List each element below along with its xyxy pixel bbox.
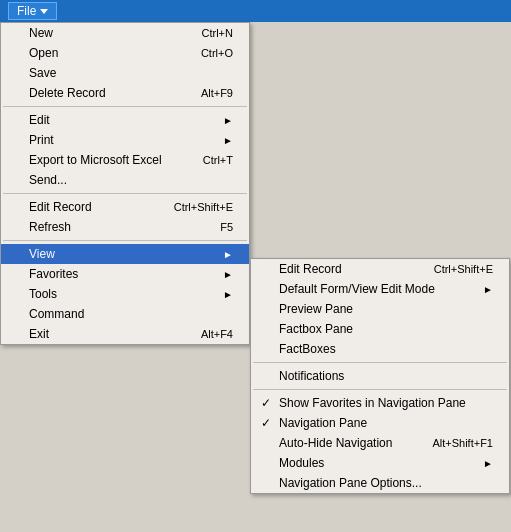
menu-item-command[interactable]: Command [1, 304, 249, 324]
file-dropdown: New Ctrl+N Open Ctrl+O Save Delete Recor… [0, 22, 250, 345]
menu-item-tools[interactable]: Tools ► [1, 284, 249, 304]
view-edit-record[interactable]: Edit Record Ctrl+Shift+E [251, 259, 509, 279]
navigation-pane-checkmark: ✓ [261, 416, 271, 430]
menu-item-save[interactable]: Save [1, 63, 249, 83]
menu-item-export[interactable]: Export to Microsoft Excel Ctrl+T [1, 150, 249, 170]
menu-item-edit-record[interactable]: Edit Record Ctrl+Shift+E [1, 197, 249, 217]
view-factbox-pane[interactable]: Factbox Pane [251, 319, 509, 339]
view-separator-1 [253, 362, 507, 363]
view-navigation-pane[interactable]: ✓ Navigation Pane [251, 413, 509, 433]
view-nav-pane-options[interactable]: Navigation Pane Options... [251, 473, 509, 493]
separator-1 [3, 106, 247, 107]
separator-3 [3, 240, 247, 241]
file-label: File [17, 4, 36, 18]
menu-item-delete-record[interactable]: Delete Record Alt+F9 [1, 83, 249, 103]
menu-item-new[interactable]: New Ctrl+N [1, 23, 249, 43]
view-notifications[interactable]: Notifications [251, 366, 509, 386]
file-menu-button[interactable]: File [0, 0, 65, 22]
menu-item-exit[interactable]: Exit Alt+F4 [1, 324, 249, 344]
view-separator-2 [253, 389, 507, 390]
view-default-form[interactable]: Default Form/View Edit Mode ► [251, 279, 509, 299]
menu-item-view[interactable]: View ► [1, 244, 249, 264]
view-factboxes[interactable]: FactBoxes [251, 339, 509, 359]
show-favorites-checkmark: ✓ [261, 396, 271, 410]
menubar: File [0, 0, 511, 22]
menu-item-favorites[interactable]: Favorites ► [1, 264, 249, 284]
menu-item-refresh[interactable]: Refresh F5 [1, 217, 249, 237]
menu-item-print[interactable]: Print ► [1, 130, 249, 150]
view-preview-pane[interactable]: Preview Pane [251, 299, 509, 319]
menu-item-send[interactable]: Send... [1, 170, 249, 190]
view-auto-hide[interactable]: Auto-Hide Navigation Alt+Shift+F1 [251, 433, 509, 453]
view-show-favorites[interactable]: ✓ Show Favorites in Navigation Pane [251, 393, 509, 413]
separator-2 [3, 193, 247, 194]
file-dropdown-arrow [40, 9, 48, 14]
view-modules[interactable]: Modules ► [251, 453, 509, 473]
view-submenu: Edit Record Ctrl+Shift+E Default Form/Vi… [250, 258, 510, 494]
menu-item-open[interactable]: Open Ctrl+O [1, 43, 249, 63]
menu-item-edit[interactable]: Edit ► [1, 110, 249, 130]
